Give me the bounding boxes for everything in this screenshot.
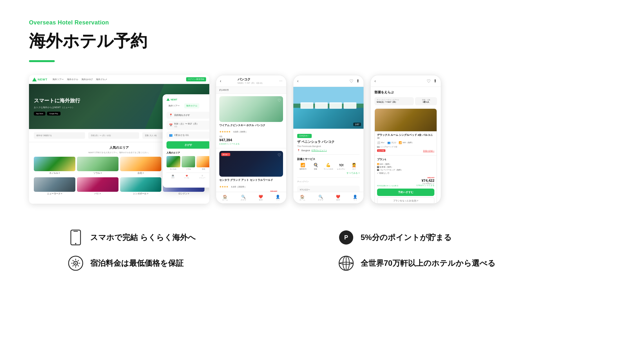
detail-fav-icon[interactable]: ♡	[349, 79, 354, 84]
hotel1-fav-icon[interactable]: ♡	[278, 98, 281, 103]
overlay-pop-taiwan-label: 台北	[196, 168, 209, 170]
room-bed: 🛏 シングルベッド 2台	[377, 145, 434, 148]
expand-icon: ⋯	[279, 79, 282, 83]
hotel-item-2[interactable]: 最安値！ ♡ センタラ グランド アット セントラルワールド ★★★★ 4.4/…	[216, 148, 286, 199]
store-buttons: App Store Google Play	[34, 112, 80, 116]
wifi-text: WiFi（無料）	[402, 142, 414, 144]
singapore-label: シンガポール >	[120, 192, 162, 195]
detail-nav-home[interactable]: 🏠 ホーム	[299, 195, 305, 201]
plan-price-area: ¥83,447 ¥74,422 1泊 1部屋あたり 3,761ポイントたまる	[416, 177, 434, 187]
hotel-location: 📍 Bangkok 67件のレビュー >	[297, 149, 360, 152]
english-title: Overseas Hotel Reservation	[29, 19, 615, 26]
room-content: 部屋をえらぶ チェックイン〜チェックアウト 5/16(土）〜 5/17（日） 部…	[371, 87, 441, 204]
room-share-icon[interactable]: ⬆	[433, 79, 437, 83]
divider-2	[297, 177, 360, 178]
detail-my-label: マイ	[353, 199, 357, 201]
plan-wifi: 📶 WiFi（無料）	[377, 163, 434, 166]
hotel1-price-col: 1泊 ¥47,394	[219, 135, 232, 142]
detail-home-icon: 🏠	[299, 195, 305, 199]
room-info: デラックス ルーム シングルベッド 2台 バルコニー ⬜ 45㎡ 👥 大人2	[375, 131, 437, 155]
mobile-hotel-list: ‹ バンコク 5/9(日）〜 5/7（月） 1泊 2人 ⋯ 約1460件 ♡	[216, 75, 287, 204]
hotel2-image: 最安値！ ♡	[219, 151, 283, 177]
tab-tours[interactable]: 海外ツアー	[166, 103, 182, 108]
date-field[interactable]: 日程 (日）〜 (月）12泊	[88, 132, 139, 139]
google-play-btn[interactable]: Google Play	[47, 112, 60, 116]
nav-search[interactable]: 🔍 さがす	[241, 195, 246, 201]
room-detail-btn[interactable]: 部屋の詳細 >	[423, 150, 434, 153]
overlay-pop-taiwan[interactable]: 台北	[196, 156, 209, 170]
hotel-item-1[interactable]: ♡ ワイアム クビンスキー ホテル バンコク ★★★★★ 4.6/5（94件） …	[216, 94, 286, 148]
overlay-date[interactable]: 📅 5/16（土）〜 5/17（月） 1泊	[166, 121, 209, 130]
overlay-date-sub: 1泊	[174, 125, 199, 128]
plan-valet: 🅿 バレーパーキング（無料）	[377, 169, 434, 172]
room-header-icons: ♡ ⬆	[427, 79, 437, 84]
detail-nav-search[interactable]: 🔍 さがす	[318, 195, 324, 201]
tab-hotels[interactable]: 海外ホテル	[184, 103, 199, 108]
date-range-selector[interactable]: チェックイン〜チェックアウト 5/16(土）〜 5/17（日）	[374, 97, 414, 105]
more-plans-btn[interactable]: プランをもっとみる(3) >	[377, 197, 434, 204]
amenities-more-btn[interactable]: すべてみる >	[297, 172, 360, 175]
mobile-list-title-area: バンコク 5/9(日）〜 5/7（月） 1泊 2人	[238, 77, 263, 85]
taiwan-img	[120, 157, 162, 171]
overlay-pop-seoul-label: ソウル	[182, 168, 195, 170]
mobile-list-header: ‹ バンコク 5/9(日）〜 5/7（月） 1泊 2人 ⋯	[216, 75, 286, 87]
pool-chairs	[300, 102, 356, 109]
plan-title: プラン1	[377, 158, 434, 161]
login-btn[interactable]: ログイン/新規登録	[186, 77, 206, 81]
room-back-icon[interactable]: ‹	[374, 79, 376, 83]
room-availability-badge: あと5室	[377, 149, 385, 152]
ny-img	[34, 177, 75, 192]
room-section-title: 部屋をえらぶ	[374, 90, 437, 95]
detail-nav-saved[interactable]: ❤️ 保存	[336, 195, 340, 201]
overlay-destination[interactable]: 📍 目的地をさがす	[166, 112, 209, 119]
date-range-value: 5/16(土）〜 5/17（日）	[377, 101, 412, 104]
overlay-pop-seoul[interactable]: ソウル	[182, 156, 195, 170]
hotel2-name: センタラ グランド アット セントラルワールド	[219, 179, 283, 182]
popular-item-honolulu[interactable]: ホノルル >	[34, 157, 75, 175]
japanese-title: 海外ホテル予約	[29, 30, 615, 52]
price-from-label: ¥74,422〜	[300, 188, 357, 191]
app-store-btn[interactable]: App Store	[34, 112, 45, 116]
newt-logo: NEWT	[32, 78, 48, 81]
overlay-pop-honolulu[interactable]: ホノルル	[166, 156, 180, 170]
back-arrow-icon[interactable]: ‹	[220, 79, 221, 83]
size-icon: ⬜	[377, 141, 380, 144]
plan-features: 📶 WiFi（無料） 🅿 駐車場（無料） 🅿 バレーパーキング（無料） ✓ 朝食…	[377, 163, 434, 175]
hotel-pool-image: 1/67	[293, 87, 364, 129]
guest-selector[interactable]: 部屋・人数 1室 2人	[415, 97, 437, 105]
hotel1-price-area: 1泊 ¥47,394	[219, 135, 283, 142]
popular-item-singapore[interactable]: シンガポール >	[120, 177, 162, 195]
popular-item-taiwan[interactable]: 台北 >	[120, 157, 162, 175]
detail-my-icon: 👤	[353, 195, 357, 199]
detail-share-icon[interactable]: ⬆	[356, 79, 360, 83]
amenity-breakfast: 🍳 朝食	[310, 163, 322, 170]
desktop-nav: NEWT 海外ツアー 海外ホテル 海外みやげ 海外グルメ ログイン/新規登録	[29, 75, 209, 84]
overlay-search-btn[interactable]: さがす	[166, 141, 209, 149]
detail-nav-my[interactable]: 👤 マイ	[353, 195, 357, 201]
overlay-guests[interactable]: 👥 1室 おとな 2人	[166, 132, 209, 139]
divider-1	[297, 154, 360, 155]
nav-my[interactable]: 👤 マイ	[276, 195, 280, 201]
hotel2-fav-icon[interactable]: ♡	[278, 153, 281, 157]
overlay-pop-hawaii-label: ホノルル	[166, 168, 180, 170]
mobile-search-overlay: NEWT 海外ツアー 海外ホテル 📍 目的地をさがす 📅 5/16（土）〜 5/…	[163, 94, 209, 188]
honolulu-img	[34, 157, 75, 171]
location-icon: 📍	[169, 114, 173, 117]
destination-field[interactable]: 都市名で検索する	[34, 132, 85, 139]
popular-item-paris[interactable]: パリ >	[77, 177, 118, 195]
reserve-final-btn[interactable]: 予約へすすむ	[377, 189, 434, 196]
overlay-bottom-nav: 💾保存 ❤️いいね ☰メニュー	[166, 172, 209, 179]
popular-item-seoul[interactable]: ソウル >	[77, 157, 118, 175]
spa-label: スパ	[348, 168, 360, 170]
reviews-link[interactable]: 67件のレビュー >	[311, 149, 327, 152]
nav-home[interactable]: 🏠 ホーム	[222, 195, 228, 201]
detail-home-label: ホーム	[299, 199, 305, 201]
guarantee-icon-wrap	[68, 255, 84, 271]
nav-saved-label: 保存	[259, 199, 263, 201]
bed-icon: 🛏	[377, 145, 380, 148]
detail-back-icon[interactable]: ‹	[297, 79, 298, 83]
nav-saved[interactable]: ❤️ 保存	[259, 195, 263, 201]
wifi-label: 無料Wi-Fi	[297, 168, 309, 170]
popular-item-ny[interactable]: ニューヨーク >	[34, 177, 75, 195]
room-fav-icon[interactable]: ♡	[427, 79, 431, 84]
